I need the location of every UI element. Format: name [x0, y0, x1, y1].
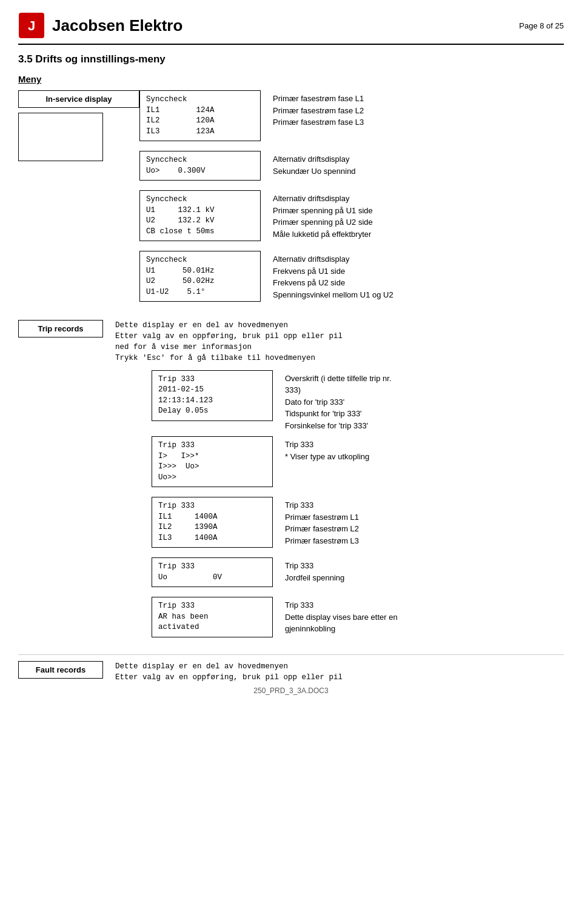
synccheck-lines-1: IL1 124A IL2 120A IL3 123A	[146, 105, 254, 138]
trip-records-label: Trip records	[18, 320, 103, 337]
company-logo-icon: J	[18, 12, 45, 39]
synccheck-lines-3: U1 132.1 kV U2 132.2 kV CB close t 50ms	[146, 205, 254, 238]
trip-box-pair-4: Trip 333 Uo 0V Trip 333 Jordfeil spennin…	[152, 557, 564, 592]
trip-boxes-container: Trip 333 2011-02-15 12:13:14.123 Delay 0…	[152, 370, 564, 642]
trip-box-5: Trip 333 AR has been activated	[152, 597, 273, 637]
trip-box-4-content: Trip 333 Uo 0V	[158, 562, 266, 583]
fault-records-row: Fault records Dette display er en del av…	[18, 661, 564, 683]
page-header: J Jacobsen Elektro Page 8 of 25	[18, 12, 564, 45]
trip-box-4: Trip 333 Uo 0V	[152, 557, 273, 587]
trip-box-2-content: Trip 333 I> I>>* I>>> Uo> Uo>>	[158, 440, 266, 483]
trip-box-1-desc: Overskrift (i dette tilfelle trip nr. 33…	[285, 370, 564, 432]
trip-box-3: Trip 333 IL1 1400A IL2 1390A IL3 1400A	[152, 497, 273, 548]
fault-records-intro: Dette display er en del av hovedmenyen E…	[115, 661, 343, 683]
menu-label: Meny	[18, 74, 564, 84]
trip-box-5-desc: Trip 333 Dette display vises bare etter …	[285, 597, 564, 635]
trip-box-pair-3: Trip 333 IL1 1400A IL2 1390A IL3 1400A T…	[152, 497, 564, 553]
trip-box-4-desc: Trip 333 Jordfeil spenning	[285, 557, 564, 583]
svg-text:J: J	[28, 18, 35, 33]
synccheck-box-4: Synccheck U1 50.01Hz U2 50.02Hz U1-U2 5.…	[139, 251, 261, 302]
page-container: J Jacobsen Elektro Page 8 of 25 3.5 Drif…	[0, 0, 582, 707]
synccheck-box-3: Synccheck U1 132.1 kV U2 132.2 kV CB clo…	[139, 190, 261, 241]
company-name: Jacobsen Elektro	[52, 16, 182, 35]
trip-box-pair-1: Trip 333 2011-02-15 12:13:14.123 Delay 0…	[152, 370, 564, 432]
trip-box-1: Trip 333 2011-02-15 12:13:14.123 Delay 0…	[152, 370, 273, 421]
synccheck-desc-1: Primær fasestrøm fase L1 Primær fasestrø…	[273, 90, 564, 128]
synccheck-desc-4: Alternativ driftsdisplay Frekvens på U1 …	[273, 251, 564, 301]
page-number: Page 8 of 25	[519, 21, 564, 30]
trip-box-2: Trip 333 I> I>>* I>>> Uo> Uo>>	[152, 436, 273, 487]
synccheck-box-2: Synccheck Uo> 0.300V	[139, 151, 261, 181]
trip-box-5-content: Trip 333 AR has been activated	[158, 601, 266, 633]
footer: 250_PRD_3_3A.DOC3	[18, 686, 564, 695]
left-column: In-service display	[18, 90, 139, 311]
fault-records-label: Fault records	[18, 661, 103, 679]
trip-records-section: Trip records Dette display er en del av …	[18, 320, 564, 364]
trip-records-intro-text: Dette display er en del av hovedmenyen E…	[115, 320, 343, 364]
section-title: 3.5 Drifts og innstillings-meny	[18, 53, 564, 65]
synccheck-row-3: Synccheck U1 132.1 kV U2 132.2 kV CB clo…	[139, 190, 564, 246]
right-column: Synccheck IL1 124A IL2 120A IL3 123A Pri…	[139, 90, 564, 311]
trip-box-3-content: Trip 333 IL1 1400A IL2 1390A IL3 1400A	[158, 501, 266, 543]
fault-records-intro-text: Dette display er en del av hovedmenyen E…	[115, 661, 343, 683]
synccheck-title-4: Synccheck	[146, 255, 254, 266]
synccheck-row-1: Synccheck IL1 124A IL2 120A IL3 123A Pri…	[139, 90, 564, 146]
in-service-display-box	[18, 113, 103, 161]
synccheck-lines-2: Uo> 0.300V	[146, 166, 254, 177]
synccheck-title-2: Synccheck	[146, 155, 254, 166]
footer-doc-name: 250_PRD_3_3A.DOC3	[253, 686, 328, 695]
trip-box-2-desc: Trip 333 * Viser type av utkopling	[285, 436, 564, 462]
fault-records-section: Fault records Dette display er en del av…	[18, 654, 564, 683]
synccheck-lines-4: U1 50.01Hz U2 50.02Hz U1-U2 5.1°	[146, 266, 254, 298]
in-service-label: In-service display	[18, 90, 139, 108]
synccheck-desc-3: Alternativ driftsdisplay Primær spenning…	[273, 190, 564, 240]
synccheck-title-1: Synccheck	[146, 95, 254, 105]
trip-box-pair-5: Trip 333 AR has been activated Trip 333 …	[152, 597, 564, 642]
trip-box-1-content: Trip 333 2011-02-15 12:13:14.123 Delay 0…	[158, 374, 266, 417]
logo-area: J Jacobsen Elektro	[18, 12, 182, 39]
trip-box-pair-2: Trip 333 I> I>>* I>>> Uo> Uo>> Trip 333 …	[152, 436, 564, 492]
main-layout: In-service display Synccheck IL1 124A IL…	[18, 90, 564, 311]
synccheck-desc-2: Alternativ driftsdisplay Sekundær Uo spe…	[273, 151, 564, 177]
trip-box-3-desc: Trip 333 Primær fasestrøm L1 Primær fase…	[285, 497, 564, 547]
synccheck-title-3: Synccheck	[146, 194, 254, 205]
trip-records-intro: Dette display er en del av hovedmenyen E…	[115, 320, 343, 364]
synccheck-row-2: Synccheck Uo> 0.300V Alternativ driftsdi…	[139, 151, 564, 185]
synccheck-row-4: Synccheck U1 50.01Hz U2 50.02Hz U1-U2 5.…	[139, 251, 564, 307]
synccheck-box-1: Synccheck IL1 124A IL2 120A IL3 123A	[139, 90, 261, 141]
